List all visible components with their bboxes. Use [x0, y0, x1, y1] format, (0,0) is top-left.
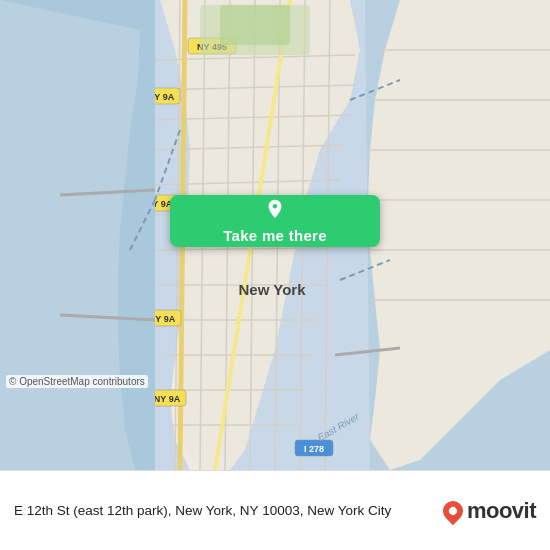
- take-me-there-label: Take me there: [223, 227, 327, 244]
- svg-marker-48: [0, 0, 140, 470]
- svg-text:I 278: I 278: [304, 444, 324, 454]
- moovit-logo-text: moovit: [467, 498, 536, 524]
- svg-text:NY 9A: NY 9A: [154, 394, 181, 404]
- bottom-info-bar: E 12th St (east 12th park), New York, NY…: [0, 470, 550, 550]
- location-pin-icon: [264, 198, 286, 225]
- moovit-logo-icon: [439, 496, 467, 524]
- svg-rect-46: [220, 5, 290, 45]
- moovit-logo: moovit: [443, 498, 536, 524]
- location-info: E 12th St (east 12th park), New York, NY…: [14, 501, 443, 521]
- map-attribution: © OpenStreetMap contributors: [6, 375, 148, 388]
- location-text: E 12th St (east 12th park), New York, NY…: [14, 503, 391, 518]
- map-container: NY 9A NY 9A NY 9A NY 9A NY 495 NY 9A I 2…: [0, 0, 550, 470]
- svg-text:New York: New York: [239, 281, 307, 298]
- take-me-there-button[interactable]: Take me there: [170, 195, 380, 247]
